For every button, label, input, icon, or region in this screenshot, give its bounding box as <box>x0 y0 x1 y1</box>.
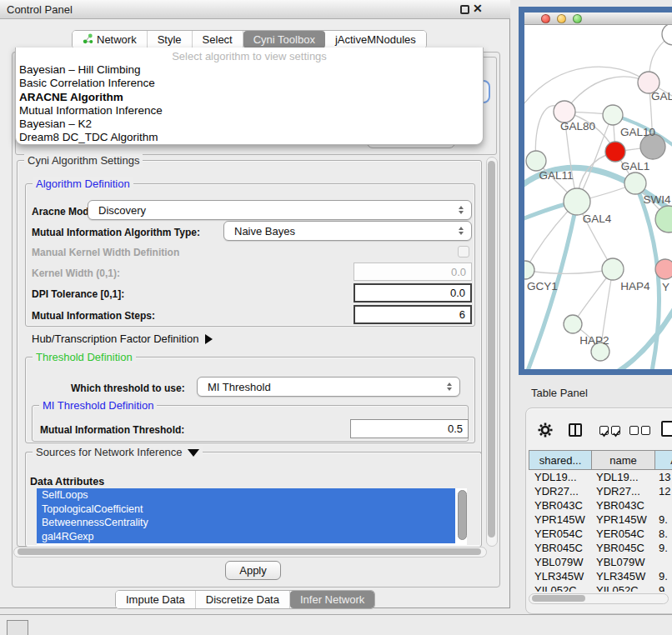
attribute-list-item[interactable]: TopologicalCoefficient <box>37 502 455 517</box>
attribute-list-item[interactable]: gal4RGexp <box>37 530 455 544</box>
tab-cyni-toolbox[interactable]: Cyni Toolbox <box>243 31 325 48</box>
close-icon[interactable]: ✕ <box>473 2 483 15</box>
network-view-window: GALGAL80GAL10GAL1GAL11SWI4GAL4GCY1HAP4YH… <box>519 7 672 375</box>
desktop-strip <box>0 614 672 635</box>
checked-checkbox-icon[interactable] <box>599 426 609 435</box>
table-cell: 8. <box>655 527 672 541</box>
table-row[interactable]: YER054CYER054C8. <box>529 527 672 541</box>
mi-threshold-field[interactable]: 0.5 <box>350 419 469 438</box>
table-row[interactable]: YBR043CYBR043C <box>529 498 672 512</box>
tab-impute-data[interactable]: Impute Data <box>116 591 196 608</box>
screen: Control Panel ✕ NetworkStyleSelectCyni T… <box>0 0 672 635</box>
attributes-scrollbar-thumb[interactable] <box>458 490 467 540</box>
table-cell: YBR043C <box>529 498 592 512</box>
attribute-list-item[interactable]: SelfLoops <box>37 488 455 502</box>
table-row[interactable]: YDR27...YDR27...12 <box>529 484 672 498</box>
network-node-gal10[interactable] <box>603 105 623 125</box>
tab-label: Infer Network <box>300 593 364 606</box>
table-horizontal-scrollbar[interactable] <box>529 593 669 604</box>
settings-vscroll-thumb[interactable] <box>488 161 495 538</box>
table-cell <box>655 555 672 569</box>
checked-checkbox-icon[interactable] <box>611 426 620 435</box>
node-label: HAP2 <box>579 334 609 347</box>
dpi-tolerance-label: DPI Tolerance [0,1]: <box>32 288 124 300</box>
mi-algorithm-type-value: Naive Bayes <box>234 225 295 238</box>
network-edge[interactable] <box>564 77 649 112</box>
network-node-gal4[interactable] <box>564 188 590 215</box>
tab-infer-network[interactable]: Infer Network <box>290 591 374 608</box>
manual-kernel-width-checkbox[interactable] <box>458 246 469 258</box>
dpi-tolerance-field[interactable]: 0.0 <box>354 283 472 302</box>
tab-style[interactable]: Style <box>148 31 193 48</box>
which-threshold-combobox[interactable]: MI Threshold <box>197 377 460 397</box>
network-node-gcy1[interactable] <box>524 261 534 279</box>
network-edge[interactable] <box>524 67 649 108</box>
float-window-icon[interactable] <box>460 5 469 14</box>
network-canvas[interactable]: GALGAL80GAL10GAL1GAL11SWI4GAL4GCY1HAP4YH… <box>524 25 672 369</box>
document-icon[interactable] <box>661 421 672 437</box>
mi-algorithm-type-combobox[interactable]: Naive Bayes <box>223 221 472 241</box>
mi-steps-field[interactable]: 6 <box>354 305 472 324</box>
table-cell: YBR045C <box>529 541 592 555</box>
network-node-hap2[interactable] <box>564 315 582 333</box>
network-edge[interactable] <box>525 269 613 273</box>
kernel-width-field[interactable]: 0.0 <box>354 262 472 281</box>
table-cell: YER054C <box>592 527 655 541</box>
table-cell: YDR27... <box>592 484 655 498</box>
close-traffic-light-icon[interactable] <box>541 14 550 23</box>
algorithm-option[interactable]: ARACNE Algorithm <box>16 91 483 104</box>
settings-vertical-scrollbar[interactable] <box>486 157 498 547</box>
table-row[interactable]: YDL19...YDL19...13 <box>529 470 672 484</box>
sources-title[interactable]: Sources for Network Inference <box>33 446 203 458</box>
network-node[interactable] <box>655 206 672 232</box>
cyni-settings-title: Cyni Algorithm Settings <box>24 154 143 167</box>
column-header-name[interactable]: name <box>592 450 655 470</box>
table-cell <box>655 498 672 512</box>
network-node-hap4[interactable] <box>602 258 624 280</box>
settings-horizontal-scrollbar[interactable] <box>13 547 487 558</box>
table-cell: YLR345W <box>529 569 592 583</box>
algorithm-option[interactable]: Mutual Information Inference <box>16 104 483 118</box>
settings-hscroll-thumb[interactable] <box>18 548 481 555</box>
network-node-y[interactable] <box>655 259 672 279</box>
network-edge[interactable] <box>635 183 659 369</box>
data-attributes-list[interactable]: SelfLoopsTopologicalCoefficientBetweenne… <box>37 488 467 545</box>
tab-label: Discretize Data <box>206 593 279 606</box>
node-label: GAL10 <box>620 126 655 138</box>
data-attributes-label: Data Attributes <box>30 476 104 488</box>
node-table[interactable]: YDL19...YDL19...13YDR27...YDR27...12YBR0… <box>529 470 672 592</box>
tab-discretize-data[interactable]: Discretize Data <box>196 591 290 608</box>
table-row[interactable]: YBR045CYBR045C9. <box>529 541 672 555</box>
gear-icon[interactable] <box>538 422 553 438</box>
table-row[interactable]: YBL079WYBL079W <box>529 555 672 569</box>
tab-select[interactable]: Select <box>193 31 243 48</box>
split-columns-icon[interactable] <box>569 423 582 437</box>
column-header-partial[interactable]: A <box>655 450 672 470</box>
aracne-mode-combobox[interactable]: Discovery <box>88 200 472 220</box>
table-hscroll-thumb[interactable] <box>532 595 585 602</box>
zoom-traffic-light-icon[interactable] <box>573 14 582 23</box>
network-node-gal11[interactable] <box>526 151 546 171</box>
algorithm-option[interactable]: Dream8 DC_TDC Algorithm <box>16 131 483 144</box>
table-row[interactable]: YIL052CYIL052C9 <box>529 583 672 592</box>
unchecked-checkbox-icon[interactable] <box>641 426 650 435</box>
algorithm-option[interactable]: Bayesian – K2 <box>16 118 483 131</box>
attribute-list-item[interactable]: BetweennessCentrality <box>37 516 455 530</box>
tab-network[interactable]: Network <box>73 31 148 48</box>
apply-button[interactable]: Apply <box>225 561 281 580</box>
tab-jactivemnodules[interactable]: jActiveMNodules <box>325 31 426 48</box>
unchecked-checkbox-icon[interactable] <box>629 426 639 435</box>
spinner-arrows-icon <box>447 382 452 391</box>
table-cell: 9. <box>655 512 672 527</box>
table-row[interactable]: YLR345WYLR345W9. <box>529 569 672 583</box>
algorithm-option[interactable]: Basic Correlation Inference <box>16 77 483 90</box>
mi-threshold-value: 0.5 <box>448 422 463 435</box>
network-node-swi4[interactable] <box>624 172 646 194</box>
table-row[interactable]: YPR145WYPR145W9. <box>529 512 672 527</box>
hub-definition-expander[interactable]: Hub/Transcription Factor Definition <box>32 332 213 345</box>
table-cell: YDR27... <box>529 484 592 498</box>
network-node-gal1[interactable] <box>605 142 625 162</box>
minimize-traffic-light-icon[interactable] <box>557 14 566 23</box>
column-header-shared[interactable]: shared... <box>529 450 592 470</box>
algorithm-option[interactable]: Bayesian – Hill Climbing <box>16 63 483 77</box>
